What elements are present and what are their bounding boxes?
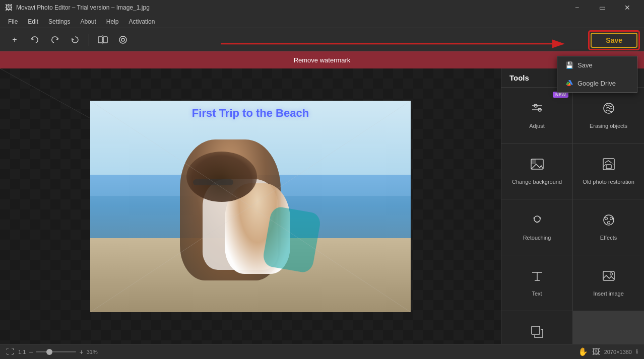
- main-area: First Trip to the Beach Tools NEW: [0, 68, 644, 344]
- tool-change-background[interactable]: Change background: [501, 143, 572, 199]
- svg-point-31: [539, 218, 541, 219]
- hand-tool-button[interactable]: ✋: [578, 347, 588, 356]
- size-icon: [530, 324, 545, 342]
- restore-label: Old photo restoration: [583, 178, 634, 185]
- menu-edit[interactable]: Edit: [23, 17, 43, 27]
- erasing-label: Erasing objects: [590, 122, 627, 129]
- window-title: Movavi Photo Editor – Trial version – Im…: [16, 4, 565, 11]
- photo-simulation: [90, 101, 411, 312]
- svg-point-4: [121, 38, 124, 41]
- zoom-in-button[interactable]: +: [79, 348, 83, 356]
- menu-settings[interactable]: Settings: [43, 17, 75, 27]
- save-icon: 💾: [565, 61, 573, 69]
- titlebar: 🖼 Movavi Photo Editor – Trial version – …: [0, 0, 644, 15]
- info-icon: ℹ: [636, 348, 638, 355]
- undo-button[interactable]: [26, 31, 43, 48]
- menu-activation[interactable]: Activation: [123, 17, 160, 27]
- menu-about[interactable]: About: [75, 17, 101, 27]
- close-button[interactable]: ✕: [616, 0, 639, 15]
- tool-retouching[interactable]: Retouching: [501, 199, 572, 255]
- tool-adjust[interactable]: NEW Adjust: [501, 88, 572, 143]
- insert-label: Insert image: [593, 290, 624, 297]
- svg-point-35: [607, 222, 610, 224]
- restore-icon: [601, 157, 616, 174]
- minimize-button[interactable]: −: [565, 0, 589, 15]
- effects-icon: [601, 212, 616, 230]
- effects-label: Effects: [600, 234, 617, 241]
- tool-text[interactable]: Text: [501, 255, 572, 311]
- save-dropdown-gdrive[interactable]: Google Drive: [557, 74, 637, 92]
- refresh-button[interactable]: [67, 31, 84, 48]
- zoom-ratio: 1:1: [18, 349, 26, 355]
- toolbar-separator: [89, 34, 89, 46]
- photo-title: First Trip to the Beach: [90, 107, 411, 120]
- svg-point-33: [605, 218, 607, 220]
- window-controls: − ▭ ✕: [565, 0, 639, 15]
- google-drive-icon: [565, 79, 573, 87]
- zoom-controls: 1:1 − + 31%: [18, 348, 98, 356]
- svg-point-3: [119, 36, 126, 43]
- text-icon: [530, 268, 545, 286]
- adjust-label: Adjust: [529, 122, 545, 129]
- preview-button[interactable]: [114, 31, 132, 48]
- svg-marker-11: [566, 85, 571, 86]
- menu-file[interactable]: File: [3, 17, 23, 27]
- svg-line-26: [603, 164, 606, 167]
- svg-point-34: [610, 218, 612, 220]
- save-dropdown-save[interactable]: 💾 Save: [557, 56, 637, 74]
- menubar: File Edit Settings About Help Activation: [0, 15, 644, 28]
- insert-icon: [601, 268, 616, 286]
- bg-icon: [530, 157, 545, 174]
- fullscreen-button[interactable]: ⛶: [6, 347, 14, 356]
- svg-rect-0: [98, 37, 102, 43]
- svg-rect-28: [606, 165, 611, 169]
- svg-rect-24: [531, 159, 536, 164]
- compare-button[interactable]: [94, 31, 111, 48]
- image-dimensions: 2070×1380: [604, 349, 632, 355]
- annotation-arrow: [221, 34, 573, 53]
- retouch-icon: [530, 212, 545, 230]
- tools-panel: Tools NEW Adjust: [501, 68, 644, 344]
- svg-point-40: [610, 273, 612, 275]
- watermark-bar[interactable]: Remove watermark: [0, 51, 644, 68]
- tools-grid: NEW Adjust: [501, 88, 644, 344]
- statusbar: ⛶ 1:1 − + 31% ✋ 🖼 2070×1380 ℹ: [0, 344, 644, 359]
- text-label: Text: [532, 290, 542, 297]
- save-highlight: Save 💾 Save Google Drive: [588, 30, 640, 50]
- zoom-level: 31%: [87, 349, 98, 355]
- tool-size[interactable]: Size: [501, 311, 572, 344]
- canvas-area[interactable]: First Trip to the Beach: [0, 68, 501, 344]
- bg-label: Change background: [512, 178, 562, 185]
- tool-old-photo[interactable]: Old photo restoration: [573, 143, 644, 199]
- svg-rect-41: [532, 326, 540, 334]
- save-dropdown: 💾 Save Google Drive: [557, 56, 637, 93]
- maximize-button[interactable]: ▭: [591, 0, 614, 15]
- save-button[interactable]: Save: [591, 33, 637, 48]
- app-icon: 🖼: [5, 4, 12, 12]
- photo-wrapper: First Trip to the Beach: [90, 101, 411, 312]
- add-button[interactable]: +: [6, 31, 23, 48]
- retouch-label: Retouching: [523, 234, 551, 241]
- toolbar: + Save 💾 Save: [0, 28, 644, 51]
- menu-help[interactable]: Help: [101, 17, 124, 27]
- tool-insert-image[interactable]: Insert image: [573, 255, 644, 311]
- watermark-text: Remove watermark: [294, 56, 351, 64]
- erasing-icon: [601, 101, 616, 118]
- adjust-icon: [530, 101, 545, 118]
- photo-container: First Trip to the Beach: [90, 101, 411, 312]
- zoom-out-button[interactable]: −: [29, 348, 33, 356]
- tool-erasing-objects[interactable]: Erasing objects: [573, 88, 644, 143]
- svg-rect-1: [103, 37, 107, 43]
- tool-effects[interactable]: Effects: [573, 199, 644, 255]
- svg-rect-39: [603, 271, 614, 280]
- redo-button[interactable]: [46, 31, 63, 48]
- image-info-button[interactable]: 🖼: [592, 347, 600, 356]
- svg-point-30: [533, 218, 535, 219]
- zoom-slider[interactable]: [36, 351, 76, 352]
